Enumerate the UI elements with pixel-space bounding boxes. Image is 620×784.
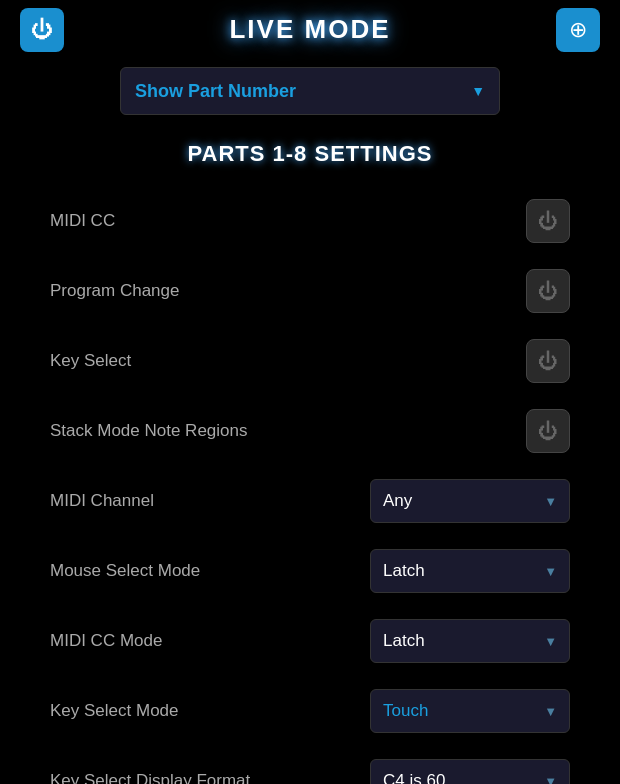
program-change-label: Program Change bbox=[50, 281, 179, 301]
key-select-toggle[interactable]: ⏻ bbox=[526, 339, 570, 383]
header-title: LIVE MODE bbox=[229, 14, 390, 45]
part-number-dropdown-label: Show Part Number bbox=[135, 81, 296, 102]
mouse-select-value: Latch bbox=[383, 561, 425, 581]
power-button[interactable]: ⏻ bbox=[20, 8, 64, 52]
mouse-select-dropdown[interactable]: Latch ▼ bbox=[370, 549, 570, 593]
part-number-dropdown-row: Show Part Number ▼ bbox=[0, 59, 620, 131]
setting-row-stack-mode: Stack Mode Note Regions ⏻ bbox=[20, 397, 600, 465]
settings-area: MIDI CC ⏻ Program Change ⏻ Key Select ⏻ … bbox=[0, 187, 620, 784]
key-select-display-label: Key Select Display Format bbox=[50, 771, 250, 784]
key-select-label: Key Select bbox=[50, 351, 131, 371]
midi-cc-label: MIDI CC bbox=[50, 211, 115, 231]
key-select-display-dropdown[interactable]: C4 is 60 ▼ bbox=[370, 759, 570, 784]
key-select-mode-value: Touch bbox=[383, 701, 428, 721]
midi-channel-value: Any bbox=[383, 491, 412, 511]
key-select-mode-dropdown[interactable]: Touch ▼ bbox=[370, 689, 570, 733]
midi-cc-mode-arrow: ▼ bbox=[544, 634, 557, 649]
key-select-mode-arrow: ▼ bbox=[544, 704, 557, 719]
part-number-dropdown[interactable]: Show Part Number ▼ bbox=[120, 67, 500, 115]
midi-cc-mode-dropdown[interactable]: Latch ▼ bbox=[370, 619, 570, 663]
program-change-toggle-icon: ⏻ bbox=[538, 280, 558, 303]
setting-row-midi-channel: MIDI Channel Any ▼ bbox=[20, 467, 600, 535]
key-select-display-value: C4 is 60 bbox=[383, 771, 445, 784]
setting-row-mouse-select: Mouse Select Mode Latch ▼ bbox=[20, 537, 600, 605]
zoom-button[interactable]: ⊕ bbox=[556, 8, 600, 52]
part-number-dropdown-arrow: ▼ bbox=[471, 83, 485, 99]
key-select-display-arrow: ▼ bbox=[544, 774, 557, 785]
section-title: PARTS 1-8 SETTINGS bbox=[0, 131, 620, 187]
midi-cc-toggle[interactable]: ⏻ bbox=[526, 199, 570, 243]
power-icon: ⏻ bbox=[31, 19, 53, 41]
stack-mode-label: Stack Mode Note Regions bbox=[50, 421, 248, 441]
midi-cc-toggle-icon: ⏻ bbox=[538, 210, 558, 233]
header: ⏻ LIVE MODE ⊕ bbox=[0, 0, 620, 59]
program-change-toggle[interactable]: ⏻ bbox=[526, 269, 570, 313]
key-select-mode-label: Key Select Mode bbox=[50, 701, 179, 721]
setting-row-key-select-mode: Key Select Mode Touch ▼ bbox=[20, 677, 600, 745]
mouse-select-arrow: ▼ bbox=[544, 564, 557, 579]
setting-row-midi-cc: MIDI CC ⏻ bbox=[20, 187, 600, 255]
midi-channel-label: MIDI Channel bbox=[50, 491, 154, 511]
setting-row-key-select-display: Key Select Display Format C4 is 60 ▼ bbox=[20, 747, 600, 784]
stack-mode-toggle-icon: ⏻ bbox=[538, 420, 558, 443]
midi-cc-mode-value: Latch bbox=[383, 631, 425, 651]
setting-row-key-select: Key Select ⏻ bbox=[20, 327, 600, 395]
zoom-icon: ⊕ bbox=[569, 19, 587, 41]
midi-cc-mode-label: MIDI CC Mode bbox=[50, 631, 162, 651]
setting-row-program-change: Program Change ⏻ bbox=[20, 257, 600, 325]
stack-mode-toggle[interactable]: ⏻ bbox=[526, 409, 570, 453]
key-select-toggle-icon: ⏻ bbox=[538, 350, 558, 373]
midi-channel-arrow: ▼ bbox=[544, 494, 557, 509]
midi-channel-dropdown[interactable]: Any ▼ bbox=[370, 479, 570, 523]
setting-row-midi-cc-mode: MIDI CC Mode Latch ▼ bbox=[20, 607, 600, 675]
mouse-select-label: Mouse Select Mode bbox=[50, 561, 200, 581]
